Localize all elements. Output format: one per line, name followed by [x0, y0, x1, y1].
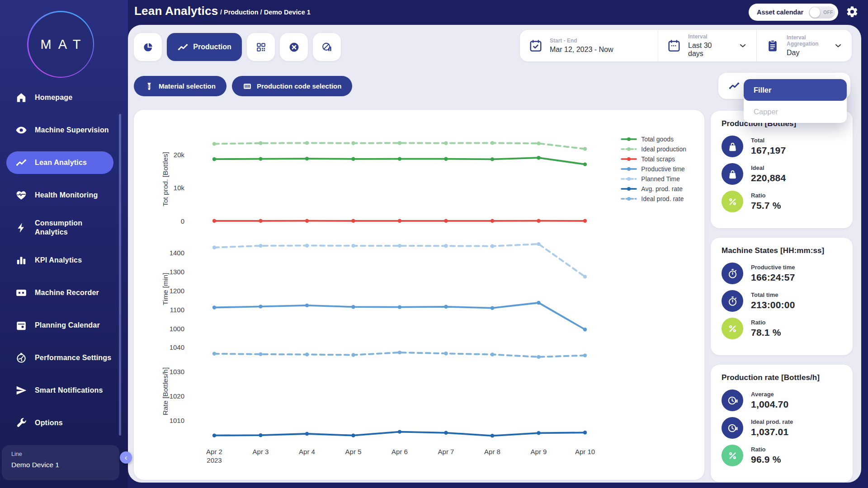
legend-label: Avg. prod. rate: [641, 185, 683, 192]
chart-legend: Total goodsIdeal productionTotal scrapsP…: [621, 136, 686, 202]
view-tab-production[interactable]: Production: [167, 33, 242, 61]
barcode-icon: [243, 82, 252, 91]
svg-text:0: 0: [181, 217, 184, 225]
view-tab-circle-x[interactable]: [280, 33, 308, 61]
svg-text:Apr 5: Apr 5: [345, 448, 362, 455]
stat-value: 167,197: [751, 145, 786, 156]
legend-label: Ideal prod. rate: [641, 195, 684, 202]
view-tab-gauge-bars[interactable]: [313, 33, 341, 61]
calendar-dots-icon: [667, 39, 681, 52]
toggle-knob: [810, 7, 820, 18]
bolt-icon: [15, 222, 27, 234]
qr-code-icon: [255, 42, 267, 53]
gauge-icon: [15, 352, 27, 364]
svg-text:Apr 7: Apr 7: [438, 448, 454, 455]
asset-calendar-switch[interactable]: OFF: [809, 6, 835, 19]
clock-pause-icon: [727, 422, 738, 434]
sidebar-scrollbar[interactable]: [119, 114, 121, 436]
clock-pause-icon: [727, 395, 738, 406]
stat-row: Total167,197: [722, 136, 842, 157]
legend-swatch-icon: [621, 137, 637, 141]
stat-value: 78.1 %: [751, 327, 781, 338]
line-device-name: Demo Device 1: [11, 461, 110, 469]
sidebar-item-label: Health Monitoring: [35, 191, 112, 200]
asset-calendar-toggle[interactable]: Asset calendar OFF: [749, 4, 838, 21]
sidebar-item-smart-notifications[interactable]: Smart Notifications: [0, 374, 128, 407]
svg-text:1200: 1200: [170, 287, 184, 295]
sidebar-item-performance-settings[interactable]: Performance Settings: [0, 342, 128, 374]
sidebar-item-lean-analytics[interactable]: Lean Analytics: [0, 146, 128, 179]
sidebar-item-label: Smart Notifications: [35, 386, 112, 395]
svg-text:1300: 1300: [170, 268, 184, 276]
aggregation-select[interactable]: Interval Aggregation Day: [756, 30, 852, 61]
stat-value: 1,037.01: [751, 427, 793, 437]
settings-gear-icon[interactable]: [846, 5, 859, 18]
view-tab-pie-chart[interactable]: [134, 33, 162, 61]
svg-text:2023: 2023: [207, 456, 222, 464]
interval-select[interactable]: Interval Last 30 days: [658, 30, 756, 61]
sidebar-item-planning-calendar[interactable]: Planning Calendar: [0, 309, 128, 342]
charts-svg: Tot prod. [Bottles]010k20kTime [min]1000…: [134, 110, 704, 480]
stat-row: Ideal220,884: [722, 163, 842, 185]
sidebar-item-homepage[interactable]: Homepage: [0, 81, 128, 114]
date-range-picker[interactable]: Start - End Mar 12, 2023 - Now: [520, 30, 658, 61]
sidebar-item-label: Machine Supervision: [35, 126, 112, 135]
breadcrumb: / Production / Demo Device 1: [220, 9, 311, 16]
weight-icon: [727, 169, 738, 180]
legend-label: Productive time: [641, 165, 684, 173]
pie-chart-icon: [142, 42, 154, 53]
percent-icon: [727, 323, 738, 334]
date-range-value: Mar 12, 2023 - Now: [550, 46, 613, 54]
sidebar-collapse-button[interactable]: ‹: [120, 451, 132, 464]
brand-logo[interactable]: MAT: [27, 11, 94, 78]
chart-card: Tot prod. [Bottles]010k20kTime [min]1000…: [134, 110, 704, 480]
sidebar-item-kpi-analytics[interactable]: KPI Analytics: [0, 244, 128, 277]
svg-text:Apr 4: Apr 4: [299, 448, 315, 455]
sidebar-item-health-monitoring[interactable]: Health Monitoring: [0, 179, 128, 211]
svg-text:Apr 8: Apr 8: [484, 448, 500, 455]
aggregation-label: Interval Aggregation: [787, 34, 824, 47]
view-tab-label: Production: [193, 43, 231, 51]
sidebar-item-label: Lean Analytics: [35, 158, 112, 167]
view-tab-qr-code[interactable]: [247, 33, 275, 61]
svg-text:Apr 6: Apr 6: [392, 448, 408, 455]
dropdown-option-filler[interactable]: Filler: [744, 79, 847, 101]
production-code-selection-button[interactable]: Production code selection: [232, 76, 353, 96]
svg-text:Apr 2: Apr 2: [206, 448, 222, 455]
svg-text:1020: 1020: [170, 392, 184, 400]
legend-label: Planned Time: [641, 175, 680, 183]
heart-pulse-icon: [15, 189, 27, 201]
legend-label: Total scraps: [641, 155, 675, 163]
cassette-icon: [15, 287, 27, 299]
legend-item: Total scraps: [621, 155, 686, 163]
stat-card: Production rate [Bottles/h]Average1,004.…: [711, 365, 853, 482]
wrench-icon: [15, 417, 27, 429]
stat-value: 75.7 %: [751, 200, 781, 211]
stat-card-title: Machine States [HH:mm:ss]: [722, 246, 842, 255]
chevron-down-icon: [738, 41, 747, 50]
stat-card: Machine States [HH:mm:ss]Productive time…: [711, 238, 853, 355]
sidebar-item-consumption-analytics[interactable]: Consumption Analytics: [0, 211, 128, 244]
stat-value: 96.9 %: [751, 454, 781, 465]
stat-value: 220,884: [751, 173, 786, 183]
filter-card: Start - End Mar 12, 2023 - Now Interval …: [520, 30, 852, 61]
content-panel: Production Start - End Mar 12, 2023 - No…: [128, 25, 861, 483]
material-selection-button[interactable]: Material selection: [134, 76, 226, 96]
stat-row: Average1,004.70: [722, 389, 842, 411]
stat-label: Ideal: [751, 164, 786, 171]
dropdown-option-capper[interactable]: Capper: [744, 101, 847, 122]
sidebar-item-options[interactable]: Options: [0, 407, 128, 439]
stat-label: Ratio: [751, 446, 781, 453]
legend-swatch-icon: [621, 187, 637, 191]
stat-label: Ratio: [751, 319, 781, 326]
sidebar-item-machine-recorder[interactable]: Machine Recorder: [0, 277, 128, 309]
trend-icon: [15, 157, 27, 169]
sidebar-item-label: Homepage: [35, 93, 112, 102]
sidebar-nav: HomepageMachine SupervisionLean Analytic…: [0, 81, 128, 439]
sidebar-item-machine-supervision[interactable]: Machine Supervision: [0, 114, 128, 146]
toggle-state-label: OFF: [823, 10, 833, 15]
bar-chart-icon: [15, 254, 27, 266]
svg-text:1000: 1000: [170, 325, 184, 333]
stat-card: Production [Bottles]Total167,197Ideal220…: [711, 111, 853, 228]
line-device-card[interactable]: Line Demo Device 1: [2, 445, 119, 480]
